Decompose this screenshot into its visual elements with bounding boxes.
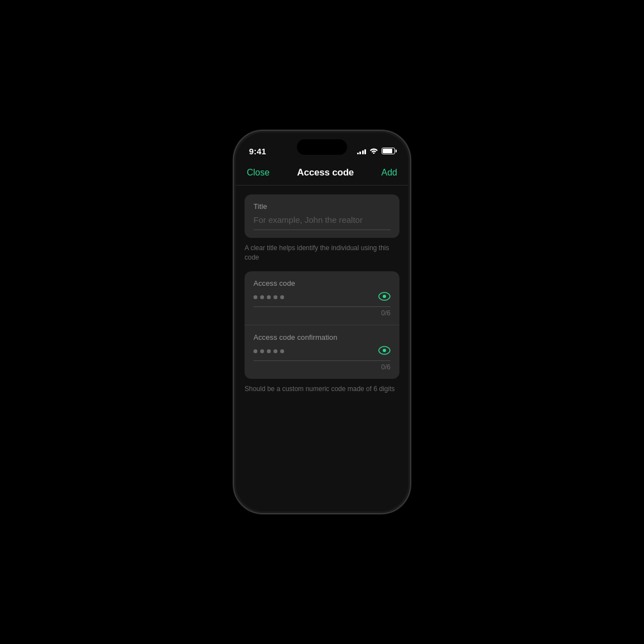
status-icons [357,147,396,155]
title-card: Title [245,194,399,238]
access-code-label: Access code [253,279,391,287]
title-input-row [253,215,391,230]
title-field-label: Title [253,202,391,211]
confirm-dot-1 [253,349,257,353]
battery-fill [383,149,392,153]
svg-point-1 [383,295,386,298]
signal-bar-2 [359,152,361,154]
access-code-confirm-label: Access code confirmation [253,333,391,341]
add-button[interactable]: Add [382,168,397,178]
title-input[interactable] [253,215,391,225]
nav-bar: Close Access code Add [236,162,408,186]
access-code-confirm-section: Access code confirmation [245,325,399,379]
code-hint: Should be a custom numeric code made of … [245,384,399,394]
access-code-confirm-dots [253,349,284,353]
content-area: Title A clear title helps identify the i… [236,186,408,511]
access-code-count: 0/6 [253,309,391,317]
confirm-code-toggle-visibility[interactable] [378,346,391,357]
dot-5 [280,295,284,299]
signal-icon [357,148,367,154]
close-button[interactable]: Close [247,168,270,178]
svg-point-3 [383,349,386,352]
title-hint: A clear title helps identify the individ… [245,243,399,262]
confirm-dot-2 [260,349,264,353]
screen: 9:41 [236,133,408,511]
dot-3 [267,295,271,299]
dot-1 [253,295,257,299]
access-code-input-row [253,292,391,307]
signal-bar-3 [362,150,364,154]
access-code-card: Access code [245,271,399,379]
phone-inner: 9:41 [236,133,408,511]
signal-bar-4 [364,149,366,154]
confirm-dot-3 [267,349,271,353]
dot-4 [274,295,277,299]
wifi-icon [369,147,378,155]
access-code-confirm-count: 0/6 [253,363,391,371]
signal-bar-1 [357,153,359,154]
access-code-section: Access code [245,271,399,325]
battery-icon [382,148,395,154]
page-title: Access code [297,167,354,178]
confirm-dot-5 [280,349,284,353]
access-code-confirm-input-row [253,346,391,361]
dot-2 [260,295,264,299]
status-time: 9:41 [249,147,266,156]
access-code-dots [253,295,284,299]
dynamic-island [297,139,347,155]
confirm-dot-4 [274,349,277,353]
phone-frame: 9:41 [233,130,411,514]
access-code-toggle-visibility[interactable] [378,292,391,303]
